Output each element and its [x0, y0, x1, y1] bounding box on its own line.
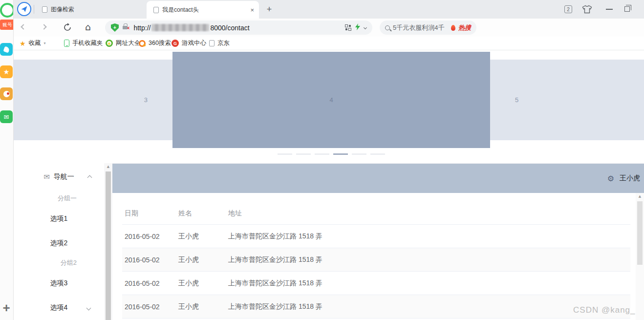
carousel-slide-3[interactable]: 3 — [14, 60, 172, 140]
browser-menu-button[interactable] — [17, 2, 31, 16]
envelope-icon: ✉ — [43, 172, 50, 181]
table-header-row: 日期 姓名 地址 — [122, 203, 630, 225]
paper-plane-icon — [21, 6, 27, 12]
carousel-slide-4-active[interactable]: 4 — [172, 52, 490, 148]
caret-down-icon: ▾ — [44, 41, 46, 45]
browser-logo-icon[interactable] — [0, 3, 14, 18]
search-query[interactable]: 5千元衣服利润4千 — [393, 23, 448, 32]
url-text[interactable]: http:// 8000/contact — [133, 24, 249, 32]
minimize-button[interactable] — [606, 9, 613, 10]
slide-label: 5 — [515, 96, 518, 104]
url-redacted-block — [151, 24, 209, 31]
chevron-down-icon[interactable] — [364, 26, 367, 29]
column-header-date[interactable]: 日期 — [122, 209, 176, 218]
url-prefix: http:// — [133, 24, 150, 32]
gear-icon[interactable]: ⚙ — [607, 174, 614, 183]
carousel-indicator[interactable] — [296, 153, 311, 155]
speed-bolt-icon[interactable] — [355, 23, 360, 32]
search-icon — [385, 25, 390, 30]
carousel-indicator-active[interactable] — [333, 153, 348, 155]
carousel-slide-5[interactable]: 5 — [490, 60, 644, 140]
sidebar-item-option2[interactable]: 选项2 — [14, 231, 104, 255]
scroll-up-arrow-icon[interactable]: ▲ — [636, 194, 644, 198]
back-icon[interactable] — [21, 24, 26, 29]
carousel-indicator[interactable] — [352, 153, 366, 155]
scroll-up-arrow-icon[interactable]: ▲ — [104, 165, 112, 169]
search-box[interactable]: 5千元衣服利润4千 热搜 — [380, 21, 476, 35]
username-label[interactable]: 王小虎 — [620, 174, 640, 183]
theme-skin-icon[interactable] — [582, 5, 592, 16]
bookmark-label: 京东 — [217, 39, 230, 47]
reload-icon[interactable] — [63, 23, 72, 34]
desktop-plus-icon[interactable]: + — [0, 300, 13, 313]
carousel-indicator[interactable] — [370, 153, 385, 155]
menu-group-title-1: 分组一 — [14, 191, 104, 206]
bookmark-site-directory[interactable]: + 网址大全 — [106, 37, 140, 50]
tab-strip: 图像检索 我是contact头 × + 2 — [14, 0, 644, 19]
address-bar[interactable]: + × http:// 8000/contact — [105, 21, 372, 35]
bookmark-favorites[interactable]: ★ 收藏 ▾ — [20, 37, 46, 50]
safety-shield-icon[interactable]: + — [111, 23, 119, 32]
star-app-icon[interactable]: ★ — [0, 65, 13, 78]
chevron-down-icon — [86, 306, 91, 311]
app-main: 日期 姓名 地址 2016-05-02 王小虎 上海市普陀区金沙江路 1518 … — [112, 193, 644, 320]
menu-group-title-2: 分组2 — [14, 255, 104, 271]
maximize-button[interactable] — [624, 6, 630, 12]
bookmark-game-center[interactable]: G 游戏中心 — [172, 37, 206, 50]
tab-contact-active[interactable]: 我是contact头 × — [147, 1, 259, 19]
carousel-indicator[interactable] — [315, 153, 329, 155]
table-row[interactable]: 2016-05-02 王小虎 上海市普陀区金沙江路 1518 弄 — [122, 248, 630, 272]
hot-search-label[interactable]: 热搜 — [458, 23, 471, 32]
bookmark-jd[interactable]: 京东 — [209, 37, 230, 50]
360-search-icon — [139, 40, 146, 47]
sidebar-item-option1[interactable]: 选项1 — [14, 206, 104, 231]
column-header-address[interactable]: 地址 — [226, 209, 630, 218]
slide-label: 4 — [329, 96, 333, 104]
sidebar-submenu-option4[interactable]: 选项4 — [14, 295, 104, 320]
insecure-lock-icon[interactable]: × — [123, 25, 129, 31]
site-directory-icon: + — [106, 40, 113, 47]
chevron-up-icon — [87, 175, 92, 180]
weibo-icon[interactable] — [0, 87, 13, 100]
cell-name: 王小虎 — [176, 256, 226, 264]
tab-title: 图像检索 — [51, 5, 141, 14]
star-icon: ★ — [20, 40, 26, 47]
web-page: 3 4 5 ✉ 导航一 — [14, 50, 644, 320]
tab-count-badge[interactable]: 2 — [564, 5, 572, 13]
tab-divider — [34, 5, 34, 14]
cell-date: 2016-05-02 — [122, 233, 176, 240]
bookmark-360-search[interactable]: 360搜索 — [139, 37, 171, 50]
cell-address: 上海市普陀区金沙江路 1518 弄 — [226, 256, 630, 264]
home-icon[interactable]: ⌂ — [85, 21, 91, 32]
account-badge[interactable]: 账号 — [0, 20, 14, 30]
cell-address: 上海市普陀区金沙江路 1518 弄 — [226, 232, 630, 241]
sidebar-item-option3[interactable]: 选项3 — [14, 271, 104, 295]
app-header: ⚙ 王小虎 — [112, 164, 644, 193]
carousel-indicator[interactable] — [278, 153, 292, 155]
url-suffix: 8000/contact — [210, 24, 249, 32]
table-row[interactable]: 2016-05-02 王小虎 上海市普陀区金沙江路 1518 弄 — [122, 225, 630, 248]
table-row[interactable]: 2016-05-02 王小虎 上海市普陀区金沙江路 1518 弄 — [122, 272, 630, 295]
close-tab-icon[interactable]: × — [250, 7, 254, 13]
cell-name: 王小虎 — [176, 302, 226, 311]
tab-image-search[interactable]: 图像检索 — [35, 0, 146, 19]
forward-icon[interactable] — [41, 24, 46, 29]
tab-title: 我是contact头 — [162, 6, 247, 14]
submenu-title: 导航一 — [54, 172, 74, 181]
sidebar-submenu-nav1[interactable]: ✉ 导航一 — [14, 163, 104, 191]
scrollbar-thumb[interactable] — [637, 201, 643, 265]
sidebar-scrollbar[interactable]: ▲ — [104, 163, 112, 320]
mail-app-icon[interactable]: ✉ — [0, 110, 13, 123]
app-shortcut-icon[interactable] — [0, 43, 13, 56]
data-table: 日期 姓名 地址 2016-05-02 王小虎 上海市普陀区金沙江路 1518 … — [122, 203, 630, 319]
scrollbar-thumb[interactable] — [106, 171, 111, 320]
new-tab-button[interactable]: + — [264, 4, 275, 15]
column-header-name[interactable]: 姓名 — [176, 209, 226, 218]
main-scrollbar[interactable]: ▲ — [636, 193, 644, 320]
watermark: CSDN @kang_k — [573, 305, 640, 315]
carousel-indicators — [278, 153, 385, 155]
bookmark-mobile-favorites[interactable]: 手机收藏夹 — [64, 37, 103, 50]
cell-address: 上海市普陀区金沙江路 1518 弄 — [226, 279, 630, 288]
table-row[interactable]: 2016-05-02 王小虎 上海市普陀区金沙江路 1518 弄 — [122, 295, 630, 319]
qr-code-icon[interactable] — [345, 24, 351, 31]
